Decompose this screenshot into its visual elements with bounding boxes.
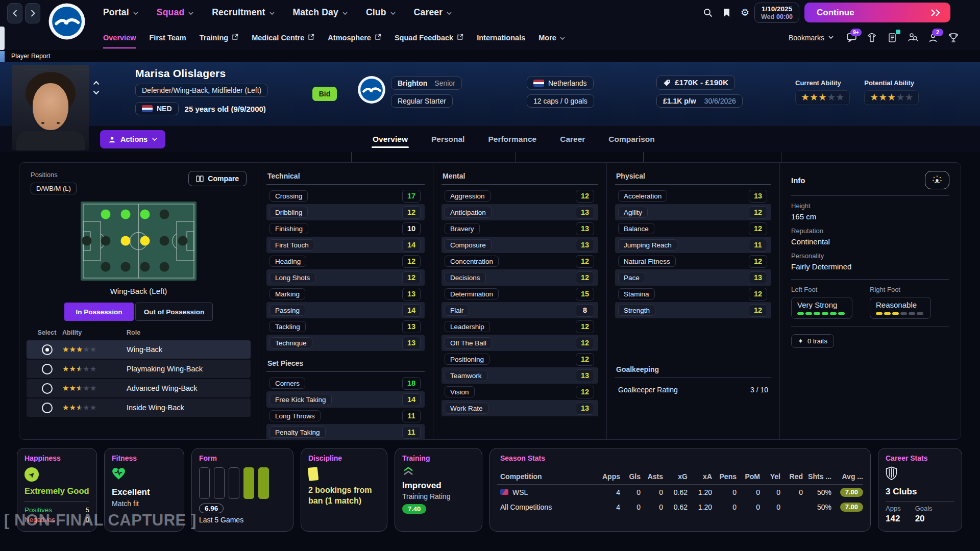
trophy-icon[interactable] — [947, 31, 960, 44]
attribute-value: 11 — [402, 426, 421, 439]
discipline-card[interactable]: Discipline 2 bookings from ban (1 match) — [301, 448, 387, 532]
career-stats-card[interactable]: Career Stats 3 Clubs Apps 142 Goals 20 — [878, 448, 962, 532]
scouting-icon[interactable] — [906, 31, 919, 44]
relationships-button[interactable] — [925, 171, 949, 189]
nation-pill[interactable]: Netherlands — [527, 77, 594, 90]
bookmark-icon[interactable] — [723, 8, 730, 17]
role-radio[interactable] — [42, 344, 53, 355]
attribute-row-anticipation: Anticipation13 — [442, 204, 598, 220]
messages-icon[interactable]: 9+ — [845, 31, 858, 44]
subnav-item-first-team[interactable]: First Team — [150, 34, 186, 42]
potential-ability: Potential Ability ★★★★★ — [864, 79, 919, 105]
star-full: ★ — [62, 404, 69, 412]
column-header-yel: Yel — [760, 472, 780, 481]
role-name: Playmaking Wing-Back — [127, 365, 251, 373]
game-date[interactable]: 1/10/2025 Wed00:00 — [754, 3, 799, 23]
training-card[interactable]: Training Improved Training Rating 7.40 — [395, 448, 482, 532]
attribute-row-leadership: Leadership12 — [442, 318, 598, 335]
role-row-inside-wing-back[interactable]: ★★★★★★Inside Wing-Back — [27, 398, 251, 417]
stat-cell: 0.62 — [663, 488, 688, 496]
back-button[interactable] — [7, 3, 22, 23]
notification-icons: 9+ 2 — [845, 25, 960, 50]
fitness-heart-icon — [112, 467, 177, 482]
tab-overview[interactable]: Overview — [373, 126, 408, 152]
transfers-icon[interactable]: 2 — [926, 31, 940, 44]
attribute-row-long-throws: Long Throws11 — [266, 408, 425, 424]
subnav-item-overview[interactable]: Overview — [103, 34, 136, 42]
star-full: ★ — [69, 345, 76, 354]
forward-button[interactable] — [25, 3, 40, 23]
club-crest[interactable] — [48, 3, 86, 42]
actions-button[interactable]: Actions — [100, 130, 165, 148]
role-radio[interactable] — [42, 364, 53, 374]
nav-item-club[interactable]: Club — [366, 7, 396, 18]
subnav-item-internationals[interactable]: Internationals — [477, 34, 525, 42]
star-full: ★ — [69, 365, 76, 373]
mental-section: MentalAggression12Anticipation13Bravery1… — [433, 163, 607, 439]
role-radio[interactable] — [42, 403, 53, 413]
gear-icon[interactable]: ⚙ — [741, 8, 749, 17]
attribute-name: Determination — [445, 288, 499, 299]
external-link-icon — [457, 34, 463, 42]
tab-personal[interactable]: Personal — [431, 126, 464, 152]
nav-item-career[interactable]: Career — [414, 7, 452, 18]
report-icon[interactable] — [886, 31, 899, 44]
tab-comparison[interactable]: Comparison — [608, 126, 654, 152]
attribute-value: 18 — [402, 377, 421, 390]
role-name: Advanced Wing-Back — [127, 384, 251, 392]
nav-item-match-day[interactable]: Match Day — [293, 7, 348, 18]
tab-career[interactable]: Career — [560, 126, 585, 152]
role-row-wing-back[interactable]: ★★★★★Wing-Back — [27, 340, 251, 359]
international-info: Netherlands 12 caps / 0 goals — [527, 77, 594, 108]
attribute-name: Strength — [618, 305, 655, 316]
attribute-list-technical: Crossing17Dribbling12Finishing10First To… — [266, 188, 425, 351]
attribute-name: Vision — [445, 386, 475, 397]
previous-player-button[interactable] — [93, 81, 100, 85]
bookmarks-dropdown[interactable]: Bookmarks — [789, 25, 834, 50]
star-full: ★ — [76, 345, 83, 354]
star-half: ★★ — [76, 404, 83, 412]
season-stats-card[interactable]: Season Stats CompetitionAppsGlsAstsxGxAP… — [489, 448, 871, 532]
attribute-row-concentration: Concentration12 — [442, 253, 598, 269]
bid-button[interactable]: Bid — [312, 87, 337, 101]
out-of-possession-button[interactable]: Out of Possession — [135, 303, 213, 321]
nav-item-squad[interactable]: Squad — [157, 7, 193, 18]
contract-end-date: 30/6/2026 — [704, 97, 736, 105]
form-bar — [214, 467, 225, 499]
nav-item-recruitment[interactable]: Recruitment — [212, 7, 274, 18]
compare-button[interactable]: Compare — [188, 171, 247, 186]
current-ability-stars: ★★★★★ — [795, 90, 850, 105]
continue-button[interactable]: Continue — [804, 3, 950, 22]
role-row-playmaking-wing-back[interactable]: ★★★★★★Playmaking Wing-Back — [27, 360, 251, 378]
subnav-item-medical-centre[interactable]: Medical Centre — [252, 34, 314, 42]
role-row-advanced-wing-back[interactable]: ★★★★★★Advanced Wing-Back — [27, 379, 251, 397]
subnav-label: Overview — [103, 34, 136, 42]
window-edge-tab — [0, 27, 5, 50]
tab-performance[interactable]: Performance — [488, 126, 536, 152]
career-stats-title: Career Stats — [886, 454, 954, 462]
role-radio[interactable] — [42, 383, 53, 394]
compare-icon — [196, 175, 204, 183]
form-card[interactable]: Form 6.96 Last 5 Games — [191, 448, 293, 532]
club-squad-pill[interactable]: BrightonSenior — [391, 77, 462, 90]
star-empty: ★ — [83, 365, 89, 373]
sub-nav: OverviewFirst TeamTrainingMedical Centre… — [103, 25, 565, 50]
subnav-item-squad-feedback[interactable]: Squad Feedback — [395, 34, 463, 42]
attribute-value: 11 — [402, 410, 421, 422]
attribute-name: Agility — [618, 207, 648, 218]
subnav-item-training[interactable]: Training — [200, 34, 238, 42]
attribute-row-technique: Technique13 — [266, 335, 425, 351]
in-possession-button[interactable]: In Possession — [64, 303, 134, 321]
wage-pill: £1.1K p/w 30/6/2026 — [656, 94, 743, 108]
nav-item-portal[interactable]: Portal — [103, 7, 138, 18]
subnav-item-atmosphere[interactable]: Atmosphere — [328, 34, 381, 42]
next-player-button[interactable] — [93, 90, 100, 95]
attribute-value: 13 — [576, 222, 594, 235]
traits-button[interactable]: ✦ 0 traits — [791, 334, 834, 348]
search-icon[interactable] — [703, 8, 713, 17]
squad-shirt-icon[interactable] — [865, 31, 878, 44]
attribute-list-physical: Acceleration13Agility12Balance12Jumping … — [615, 188, 771, 318]
attribute-row-finishing: Finishing10 — [266, 220, 425, 237]
subnav-item-more[interactable]: More — [538, 34, 565, 42]
season-stats-row: All Competitions4000.621.2000050%7.00 — [497, 499, 863, 514]
